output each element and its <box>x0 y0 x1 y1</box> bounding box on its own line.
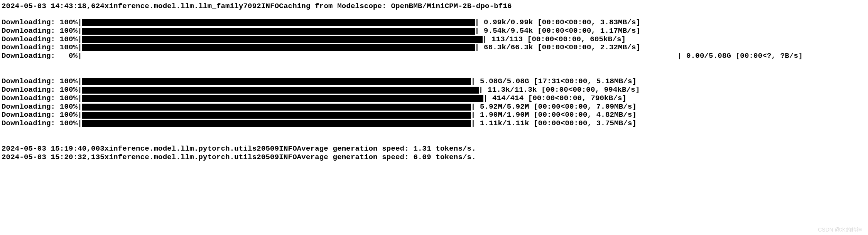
download-stats: | 113/113 [00:00<00:00, 605kB/s] <box>483 35 626 44</box>
log-module: xinference.model.llm.llm_family <box>105 2 243 11</box>
download-label: Downloading: 100%| <box>2 111 82 119</box>
progress-bar <box>82 112 471 119</box>
log-line-speed-2: 2024-05-03 15:20:32,135 xinference.model… <box>2 153 866 162</box>
download-stats: | 11.3k/11.3k [00:00<00:00, 994kB/s] <box>479 86 640 94</box>
log-line-caching: 2024-05-03 14:43:18,624 xinference.model… <box>2 2 866 11</box>
download-label: Downloading: 100%| <box>2 103 82 111</box>
log-message: Caching from Modelscope: OpenBMB/MiniCPM… <box>279 2 512 11</box>
log-level: INFO <box>261 2 279 11</box>
download-label: Downloading: 100%| <box>2 119 82 128</box>
download-label: Downloading: 100%| <box>2 27 82 35</box>
log-pid: 20509 <box>257 153 279 162</box>
download-row: Downloading: 100%|| 11.3k/11.3k [00:00<0… <box>2 86 866 94</box>
download-group-2: Downloading: 100%|| 5.08G/5.08G [17:31<0… <box>2 77 866 128</box>
download-group-1: Downloading: 100%|| 0.99k/0.99k [00:00<0… <box>2 18 866 60</box>
progress-bar <box>82 78 471 85</box>
download-row: Downloading: 100%|| 0.99k/0.99k [00:00<0… <box>2 18 866 27</box>
progress-bar <box>82 120 471 127</box>
download-row: Downloading: 100%|| 5.08G/5.08G [17:31<0… <box>2 77 866 86</box>
progress-bar <box>82 36 483 43</box>
download-stats: | 0.99k/0.99k [00:00<00:00, 3.83MB/s] <box>475 18 640 27</box>
download-row: Downloading: 100%|| 113/113 [00:00<00:00… <box>2 35 866 44</box>
download-row: Downloading: 100%|| 66.3k/66.3k [00:00<0… <box>2 44 866 52</box>
download-label: Downloading: 0%| <box>2 52 82 60</box>
log-timestamp: 2024-05-03 15:20:32,135 <box>2 153 105 162</box>
download-row: Downloading: 100%|| 1.11k/1.11k [00:00<0… <box>2 119 866 128</box>
download-stats: | 5.08G/5.08G [17:31<00:00, 5.18MB/s] <box>471 77 637 86</box>
log-line-speed-1: 2024-05-03 15:19:40,003 xinference.model… <box>2 145 866 153</box>
log-message: Average generation speed: 1.31 tokens/s. <box>297 145 476 153</box>
download-label: Downloading: 100%| <box>2 86 82 94</box>
progress-bar <box>82 28 475 35</box>
download-label: Downloading: 100%| <box>2 44 82 52</box>
download-label: Downloading: 100%| <box>2 77 82 86</box>
log-module: xinference.model.llm.pytorch.utils <box>105 145 257 153</box>
download-stats: | 1.90M/1.90M [00:00<00:00, 4.82MB/s] <box>471 111 637 119</box>
progress-bar <box>82 95 483 102</box>
download-stats: | 5.92M/5.92M [00:00<00:00, 7.09MB/s] <box>471 103 637 111</box>
download-label: Downloading: 100%| <box>2 35 82 44</box>
download-row: Downloading: 100%|| 1.90M/1.90M [00:00<0… <box>2 111 866 119</box>
log-pid: 7092 <box>243 2 261 11</box>
download-row: Downloading: 100%|| 9.54k/9.54k [00:00<0… <box>2 27 866 35</box>
download-stats: | 414/414 [00:00<00:00, 790kB/s] <box>483 94 627 103</box>
download-label: Downloading: 100%| <box>2 18 82 27</box>
download-label: Downloading: 100%| <box>2 94 82 103</box>
download-row: Downloading: 100%|| 414/414 [00:00<00:00… <box>2 94 866 103</box>
download-row: Downloading: 100%|| 5.92M/5.92M [00:00<0… <box>2 103 866 111</box>
log-level: INFO <box>279 153 297 162</box>
log-pid: 20509 <box>257 145 279 153</box>
log-module: xinference.model.llm.pytorch.utils <box>105 153 257 162</box>
progress-bar <box>82 87 479 94</box>
progress-bar <box>82 44 475 51</box>
log-timestamp: 2024-05-03 15:19:40,003 <box>2 145 105 153</box>
log-level: INFO <box>279 145 297 153</box>
padding <box>82 52 677 60</box>
download-row: Downloading: 0%| | 0.00/5.08G [00:00<?, … <box>2 52 866 60</box>
download-stats: | 9.54k/9.54k [00:00<00:00, 1.17MB/s] <box>475 27 640 35</box>
progress-bar <box>82 104 471 111</box>
download-stats: | 66.3k/66.3k [00:00<00:00, 2.32MB/s] <box>475 44 640 52</box>
log-timestamp: 2024-05-03 14:43:18,624 <box>2 2 105 11</box>
log-message: Average generation speed: 6.09 tokens/s. <box>297 153 476 162</box>
download-stats: | 0.00/5.08G [00:00<?, ?B/s] <box>677 52 803 60</box>
progress-bar <box>82 19 475 26</box>
download-stats: | 1.11k/1.11k [00:00<00:00, 3.75MB/s] <box>471 119 637 128</box>
